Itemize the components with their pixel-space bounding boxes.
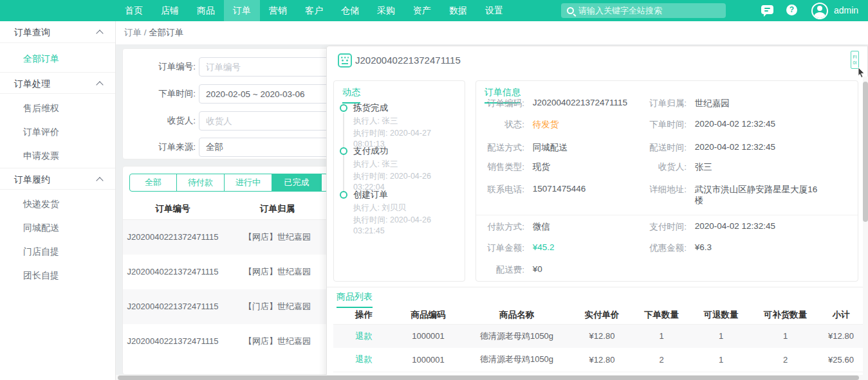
cell-replenish-qty: 2: [752, 348, 819, 372]
sidebar: 订单查询 全部订单 订单处理 售后维权 订单评价 申请发票 订单履约 快递发货 …: [0, 21, 116, 380]
address-value: 武汉市洪山区静安路星星大厦16楼: [695, 184, 824, 206]
sale-type-value: 现货: [533, 161, 550, 173]
vertical-scrollbar-thumb[interactable]: [863, 82, 868, 222]
clipped-vertical-button[interactable]: FI 0I: [851, 51, 859, 69]
tab-all[interactable]: 全部: [130, 174, 176, 191]
cell-subtotal: ¥12.80: [819, 324, 863, 348]
nav-item-warehouse[interactable]: 仓储: [332, 0, 368, 21]
avatar[interactable]: [811, 3, 828, 19]
order-source-label: 订单来源:: [123, 138, 196, 157]
order-time-value: 2020-04-02 12:32:45: [695, 119, 775, 129]
event-name: 创建订单: [353, 188, 461, 201]
event-operator: 执行人: 张三: [353, 116, 461, 127]
global-search-input[interactable]: 请输入关键字全站搜索: [561, 3, 726, 18]
chevron-up-icon: [96, 81, 103, 88]
nav-item-purchase[interactable]: 采购: [368, 0, 404, 21]
nav-item-marketing[interactable]: 营销: [260, 0, 296, 21]
col-replenish-qty: 可补货数量: [752, 306, 819, 324]
sidebar-item-store-pickup[interactable]: 门店自提: [0, 240, 115, 264]
cell-order-no: J2020040221372471115: [123, 324, 223, 359]
col-refundable-qty: 可退数量: [690, 306, 752, 324]
col-unit-price: 实付单价: [571, 306, 633, 324]
tab-in-progress[interactable]: 进行中: [224, 174, 272, 191]
username[interactable]: admin: [834, 0, 858, 21]
sidebar-item-order-review[interactable]: 订单评价: [0, 120, 115, 144]
nav-item-settings[interactable]: 设置: [476, 0, 512, 21]
receiver-label: 收货人:: [631, 161, 687, 173]
nav-item-home[interactable]: 首页: [116, 0, 152, 21]
cell-order-belong: 【网店】世纪嘉园: [223, 324, 332, 359]
message-icon[interactable]: [761, 5, 773, 14]
refund-link[interactable]: 退款: [356, 354, 373, 364]
belong-label: 订单归属:: [631, 98, 687, 109]
product-row: 退款 1000001 德清源老母鸡1050g ¥12.80 2 1 2 ¥25.…: [333, 348, 863, 372]
receiver-label: 收货人:: [123, 111, 196, 131]
order-amount-label: 订单金额:: [476, 242, 524, 254]
breadcrumb-section[interactable]: 订单: [124, 28, 142, 37]
nav-item-goods[interactable]: 商品: [188, 0, 224, 21]
nav-item-data[interactable]: 数据: [440, 0, 476, 21]
order-time-label: 下单时间:: [123, 84, 196, 104]
nav-item-customers[interactable]: 客户: [296, 0, 332, 21]
nav-item-orders[interactable]: 订单: [224, 0, 260, 21]
order-no-label: 订单编号:: [123, 57, 196, 77]
section-title: 订单处理: [14, 78, 50, 89]
cell-order-belong: 【门店】世纪嘉园: [223, 289, 332, 324]
cell-replenish-qty: 1: [752, 324, 819, 348]
cell-order-qty: 1: [633, 324, 690, 348]
timeline-dot-icon: [340, 104, 347, 112]
sidebar-section-order-query[interactable]: 订单查询: [0, 21, 115, 43]
delivery-time-label: 配送时间:: [631, 142, 687, 154]
col-subtotal: 小计: [819, 306, 863, 324]
pay-time-label: 支付时间:: [631, 221, 687, 233]
main-menu: 首页 店铺 商品 订单 营销 客户 仓储 采购 资产 数据 设置: [116, 0, 512, 21]
tab-completed[interactable]: 已完成: [272, 174, 321, 191]
sidebar-item-aftersales[interactable]: 售后维权: [0, 96, 115, 120]
refund-link[interactable]: 退款: [356, 331, 373, 341]
phone-label: 联系电话:: [476, 184, 524, 195]
delivery-fee-value: ¥0: [533, 264, 542, 274]
mouse-cursor-icon: [857, 67, 866, 80]
address-label: 详细地址:: [631, 184, 687, 195]
col-product-name: 商品名称: [462, 306, 571, 324]
col-order-qty: 下单数量: [633, 306, 690, 324]
tab-pending-payment[interactable]: 待付款: [176, 174, 224, 191]
sidebar-section-order-fulfillment[interactable]: 订单履约: [0, 168, 115, 190]
sidebar-item-express-delivery[interactable]: 快递发货: [0, 192, 115, 216]
status-tab-group: 全部 待付款 进行中 已完成: [129, 174, 328, 192]
search-placeholder: 请输入关键字全站搜索: [578, 5, 662, 17]
status-badge: 待发货: [533, 119, 559, 131]
help-icon[interactable]: ?: [786, 5, 797, 15]
order-info-card: 订单信息 订单编码: J2020040221372471115 订单归属: 世纪…: [476, 80, 858, 282]
cell-order-no: J2020040221372471115: [123, 289, 223, 324]
status-label: 状态:: [476, 119, 524, 131]
order-detail-panel: J2020040221372471115 FI 0I 动态 拣货完成 执行人: …: [326, 46, 868, 380]
sidebar-item-city-delivery[interactable]: 同城配送: [0, 216, 115, 240]
search-icon: [567, 7, 574, 14]
nav-item-shop[interactable]: 店铺: [152, 0, 188, 21]
section-title: 订单履约: [14, 174, 50, 185]
sidebar-section-order-processing[interactable]: 订单处理: [0, 72, 115, 94]
timeline-dot-icon: [340, 191, 347, 199]
event-operator: 执行人: 张三: [353, 159, 461, 170]
cell-order-belong: 【网店】世纪嘉园: [223, 255, 332, 289]
nav-item-assets[interactable]: 资产: [404, 0, 440, 21]
pay-method-label: 付款方式:: [476, 221, 524, 233]
cell-product-name: 德清源老母鸡1050g: [462, 348, 571, 372]
sidebar-item-leader-pickup[interactable]: 团长自提: [0, 264, 115, 287]
sidebar-item-invoice-request[interactable]: 申请发票: [0, 144, 115, 168]
sidebar-item-all-orders[interactable]: 全部订单: [0, 47, 115, 71]
phone-value: 15071475446: [533, 184, 586, 194]
top-navbar: 首页 店铺 商品 订单 营销 客户 仓储 采购 资产 数据 设置 请输入关键字全…: [0, 0, 868, 21]
horizontal-scrollbar-thumb[interactable]: [118, 375, 859, 380]
order-receipt-icon: [338, 53, 352, 69]
product-table: 操作 商品编码 商品名称 实付单价 下单数量 可退数量 可补货数量 小计 退款 …: [333, 306, 863, 372]
cell-unit-price: ¥12.80: [571, 348, 633, 372]
delivery-time-value: 2020-04-02 12:32:45: [695, 142, 775, 152]
timeline-event: 创建订单 执行人: 刘贝贝 执行时间: 2020-04-26 03:21:45: [353, 188, 461, 237]
chevron-up-icon: [96, 177, 103, 184]
cell-order-qty: 2: [633, 348, 690, 372]
discount-label: 优惠金额:: [631, 242, 687, 254]
cell-product-code: 1000001: [394, 348, 462, 372]
cell-product-name: 德清源老母鸡1050g: [462, 324, 571, 348]
